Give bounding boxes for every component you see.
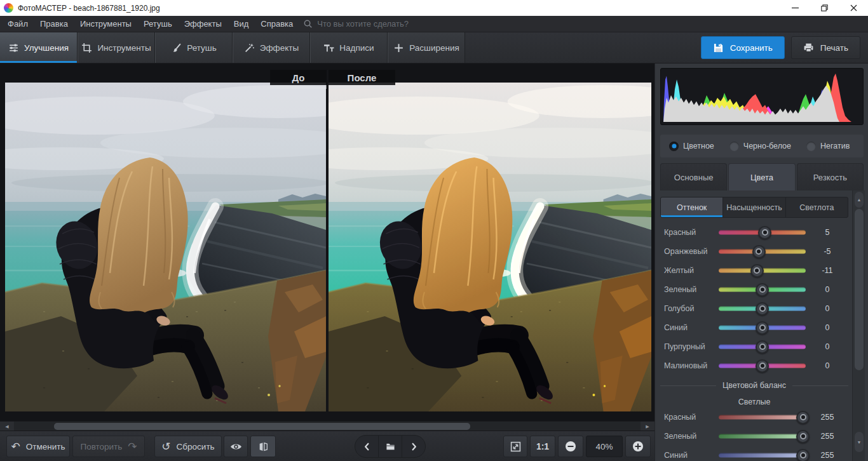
crop-icon bbox=[81, 43, 92, 53]
tab-эффекты[interactable]: Эффекты bbox=[233, 32, 310, 63]
menu-item-4[interactable]: Ретушь bbox=[140, 19, 176, 29]
undo-button[interactable]: ↶ Отменить bbox=[6, 436, 70, 457]
slider-label: Пурпурный bbox=[664, 342, 705, 351]
hue-subtabs: ОттенокНасыщенностьСветлота bbox=[660, 197, 848, 218]
slider-row-оранжевый: Оранжевый-5 bbox=[655, 242, 868, 261]
mode-radio-черно-белое[interactable]: Черно-белое bbox=[729, 142, 791, 151]
menu-item-1[interactable]: Файл bbox=[4, 19, 32, 29]
panel-tab-цвета[interactable]: Цвета bbox=[728, 163, 795, 190]
scroll-right-button[interactable]: ▶ bbox=[641, 422, 654, 431]
horizontal-scrollbar[interactable]: ◀ ▶ bbox=[0, 421, 654, 431]
actual-size-button[interactable]: 1:1 bbox=[530, 436, 555, 457]
зеленый-slider[interactable] bbox=[719, 434, 806, 439]
menu-item-5[interactable]: Эффекты bbox=[180, 19, 226, 29]
panel-tab-основные[interactable]: Основные bbox=[660, 163, 727, 190]
help-search-field[interactable]: Что вы хотите сделать? bbox=[303, 19, 409, 29]
малиновый-slider[interactable] bbox=[719, 364, 806, 368]
folder-icon bbox=[386, 442, 395, 451]
hue-sliders: Красный5Оранжевый-5Желтый-11Зеленый0Голу… bbox=[655, 223, 868, 375]
panel-scrollbar[interactable]: ▲ ▼ bbox=[852, 190, 865, 461]
slider-row-голубой: Голубой0 bbox=[655, 299, 868, 318]
slider-row-желтый: Желтый-11 bbox=[655, 261, 868, 280]
menu-item-7[interactable]: Справка bbox=[257, 19, 297, 29]
slider-label: Зеленый bbox=[664, 285, 696, 294]
slider-label: Синий bbox=[664, 323, 688, 332]
chevron-right-icon bbox=[409, 442, 419, 451]
slider-thumb[interactable] bbox=[758, 226, 771, 239]
синий-slider[interactable] bbox=[719, 326, 806, 330]
scroll-up-button[interactable]: ▲ bbox=[855, 192, 864, 208]
mode-radio-цветное[interactable]: Цветное bbox=[669, 142, 714, 151]
minimize-button[interactable] bbox=[780, 0, 810, 16]
slider-thumb[interactable] bbox=[756, 340, 769, 354]
tab-ретушь[interactable]: Ретушь bbox=[155, 32, 233, 63]
subtab-светлота[interactable]: Светлота bbox=[785, 197, 848, 217]
scroll-left-button[interactable]: ◀ bbox=[0, 422, 14, 431]
slider-row-синий: Синий0 bbox=[655, 318, 868, 337]
slider-thumb[interactable] bbox=[796, 449, 810, 461]
slider-label: Синий bbox=[664, 451, 688, 460]
expand-icon bbox=[510, 441, 521, 452]
tab-надписи[interactable]: Надписи bbox=[310, 32, 388, 63]
синий-slider[interactable] bbox=[719, 453, 806, 458]
horizontal-scroll-thumb[interactable] bbox=[54, 423, 470, 430]
color-balance-header: Цветовой баланс bbox=[660, 381, 848, 390]
help-search-placeholder: Что вы хотите сделать? bbox=[317, 19, 409, 29]
subtab-оттенок[interactable]: Оттенок bbox=[661, 197, 722, 217]
slider-value: 5 bbox=[810, 228, 845, 237]
redo-button[interactable]: Повторить ↷ bbox=[72, 436, 145, 457]
slider-value: 0 bbox=[810, 323, 845, 332]
previous-photo-button[interactable] bbox=[355, 436, 378, 457]
красный-slider[interactable] bbox=[719, 230, 806, 235]
пурпурный-slider[interactable] bbox=[719, 345, 806, 349]
window-controls bbox=[780, 0, 868, 16]
slider-thumb[interactable] bbox=[756, 321, 769, 335]
close-button[interactable] bbox=[839, 0, 868, 16]
wand-icon bbox=[244, 43, 255, 53]
next-photo-button[interactable] bbox=[402, 436, 425, 457]
slider-thumb[interactable] bbox=[796, 430, 810, 443]
tab-расширения[interactable]: Расширения bbox=[388, 32, 465, 63]
scroll-down-button[interactable]: ▼ bbox=[855, 432, 864, 452]
save-button[interactable]: Сохранить bbox=[701, 36, 785, 59]
fit-to-screen-button[interactable] bbox=[503, 436, 527, 457]
slider-thumb[interactable] bbox=[756, 283, 769, 297]
compare-view-button[interactable] bbox=[250, 436, 276, 457]
tab-инструменты[interactable]: Инструменты bbox=[78, 32, 155, 63]
menu-item-2[interactable]: Правка bbox=[36, 19, 72, 29]
statusbar: ↶ Отменить Повторить ↷ ↺ Сбросить 1:1 bbox=[0, 431, 654, 461]
slider-label: Красный bbox=[664, 228, 696, 237]
plus-icon bbox=[393, 43, 404, 53]
menu-item-6[interactable]: Вид bbox=[230, 19, 253, 29]
menu-item-3[interactable]: Инструменты bbox=[76, 19, 135, 29]
zoom-level[interactable]: 40% bbox=[586, 436, 623, 457]
оранжевый-slider[interactable] bbox=[719, 250, 806, 254]
eye-icon bbox=[230, 442, 242, 451]
голубой-slider[interactable] bbox=[719, 307, 806, 311]
panel-tabs: ОсновныеЦветаРезкость bbox=[660, 163, 864, 190]
slider-label: Голубой bbox=[664, 304, 694, 313]
restore-button[interactable] bbox=[810, 0, 839, 16]
зеленый-slider[interactable] bbox=[719, 288, 806, 292]
slider-thumb[interactable] bbox=[796, 411, 810, 424]
mode-radio-негатив[interactable]: Негатив bbox=[806, 142, 850, 151]
slider-thumb[interactable] bbox=[756, 359, 769, 373]
slider-thumb[interactable] bbox=[752, 245, 766, 258]
app-logo-icon bbox=[4, 3, 13, 13]
tab-улучшения[interactable]: Улучшения bbox=[0, 32, 78, 63]
preview-original-button[interactable] bbox=[224, 436, 248, 457]
slider-thumb[interactable] bbox=[756, 302, 769, 316]
красный-slider[interactable] bbox=[719, 415, 806, 420]
slider-row-зеленый: Зеленый0 bbox=[655, 280, 868, 299]
slider-thumb[interactable] bbox=[750, 264, 764, 277]
panel-tab-резкость[interactable]: Резкость bbox=[797, 163, 864, 190]
zoom-in-button[interactable] bbox=[625, 436, 651, 457]
open-folder-button[interactable] bbox=[378, 436, 402, 457]
slider-row-красный: Красный255 bbox=[655, 408, 868, 427]
print-button[interactable]: Печать bbox=[791, 36, 860, 59]
panel-scroll-thumb[interactable] bbox=[855, 209, 864, 370]
желтый-slider[interactable] bbox=[719, 269, 806, 273]
subtab-насыщенность[interactable]: Насыщенность bbox=[722, 197, 785, 217]
reset-button[interactable]: ↺ Сбросить bbox=[154, 436, 222, 457]
zoom-out-button[interactable] bbox=[558, 436, 583, 457]
